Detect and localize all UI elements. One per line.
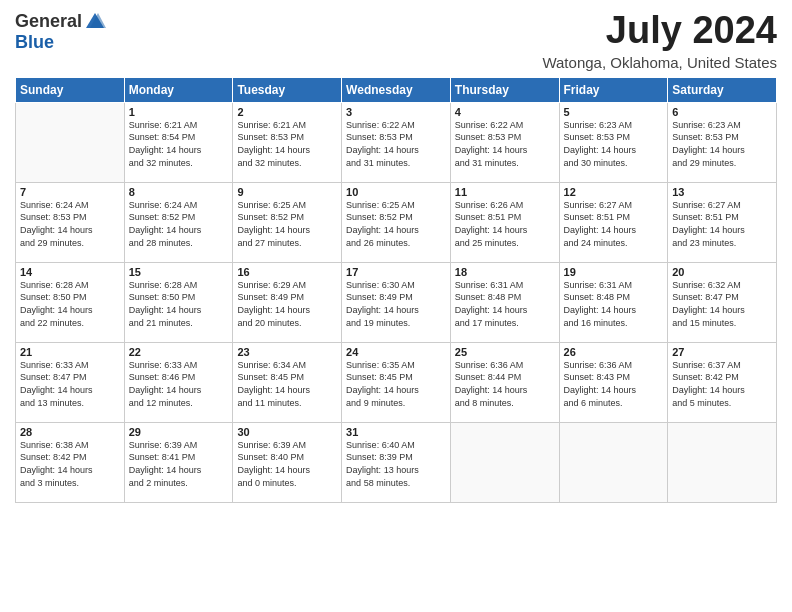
- calendar-cell: 9Sunrise: 6:25 AMSunset: 8:52 PMDaylight…: [233, 182, 342, 262]
- day-info: Sunrise: 6:30 AMSunset: 8:49 PMDaylight:…: [346, 279, 446, 329]
- day-number: 10: [346, 186, 446, 198]
- calendar-cell: 13Sunrise: 6:27 AMSunset: 8:51 PMDayligh…: [668, 182, 777, 262]
- calendar-cell: 30Sunrise: 6:39 AMSunset: 8:40 PMDayligh…: [233, 422, 342, 502]
- day-number: 11: [455, 186, 555, 198]
- day-number: 29: [129, 426, 229, 438]
- day-number: 14: [20, 266, 120, 278]
- calendar-cell: 2Sunrise: 6:21 AMSunset: 8:53 PMDaylight…: [233, 102, 342, 182]
- day-number: 30: [237, 426, 337, 438]
- calendar-cell: [668, 422, 777, 502]
- location: Watonga, Oklahoma, United States: [542, 54, 777, 71]
- day-info: Sunrise: 6:28 AMSunset: 8:50 PMDaylight:…: [129, 279, 229, 329]
- day-number: 12: [564, 186, 664, 198]
- day-info: Sunrise: 6:39 AMSunset: 8:40 PMDaylight:…: [237, 439, 337, 489]
- day-info: Sunrise: 6:25 AMSunset: 8:52 PMDaylight:…: [346, 199, 446, 249]
- calendar-cell: 22Sunrise: 6:33 AMSunset: 8:46 PMDayligh…: [124, 342, 233, 422]
- calendar-cell: 23Sunrise: 6:34 AMSunset: 8:45 PMDayligh…: [233, 342, 342, 422]
- calendar-cell: 26Sunrise: 6:36 AMSunset: 8:43 PMDayligh…: [559, 342, 668, 422]
- col-thursday: Thursday: [450, 77, 559, 102]
- calendar-week-row: 28Sunrise: 6:38 AMSunset: 8:42 PMDayligh…: [16, 422, 777, 502]
- day-info: Sunrise: 6:28 AMSunset: 8:50 PMDaylight:…: [20, 279, 120, 329]
- day-number: 18: [455, 266, 555, 278]
- calendar-cell: 6Sunrise: 6:23 AMSunset: 8:53 PMDaylight…: [668, 102, 777, 182]
- calendar-cell: 31Sunrise: 6:40 AMSunset: 8:39 PMDayligh…: [342, 422, 451, 502]
- calendar-cell: 16Sunrise: 6:29 AMSunset: 8:49 PMDayligh…: [233, 262, 342, 342]
- calendar-cell: [16, 102, 125, 182]
- calendar-cell: 3Sunrise: 6:22 AMSunset: 8:53 PMDaylight…: [342, 102, 451, 182]
- calendar-cell: 11Sunrise: 6:26 AMSunset: 8:51 PMDayligh…: [450, 182, 559, 262]
- calendar-cell: 27Sunrise: 6:37 AMSunset: 8:42 PMDayligh…: [668, 342, 777, 422]
- day-info: Sunrise: 6:33 AMSunset: 8:47 PMDaylight:…: [20, 359, 120, 409]
- day-info: Sunrise: 6:21 AMSunset: 8:54 PMDaylight:…: [129, 119, 229, 169]
- calendar-cell: 18Sunrise: 6:31 AMSunset: 8:48 PMDayligh…: [450, 262, 559, 342]
- logo-general-text: General: [15, 11, 82, 32]
- day-info: Sunrise: 6:36 AMSunset: 8:44 PMDaylight:…: [455, 359, 555, 409]
- calendar-cell: [450, 422, 559, 502]
- day-number: 17: [346, 266, 446, 278]
- calendar-cell: 21Sunrise: 6:33 AMSunset: 8:47 PMDayligh…: [16, 342, 125, 422]
- col-wednesday: Wednesday: [342, 77, 451, 102]
- day-info: Sunrise: 6:31 AMSunset: 8:48 PMDaylight:…: [455, 279, 555, 329]
- day-number: 27: [672, 346, 772, 358]
- calendar-cell: 19Sunrise: 6:31 AMSunset: 8:48 PMDayligh…: [559, 262, 668, 342]
- day-info: Sunrise: 6:35 AMSunset: 8:45 PMDaylight:…: [346, 359, 446, 409]
- day-number: 25: [455, 346, 555, 358]
- day-number: 13: [672, 186, 772, 198]
- day-number: 15: [129, 266, 229, 278]
- day-info: Sunrise: 6:24 AMSunset: 8:52 PMDaylight:…: [129, 199, 229, 249]
- day-info: Sunrise: 6:37 AMSunset: 8:42 PMDaylight:…: [672, 359, 772, 409]
- day-number: 26: [564, 346, 664, 358]
- day-info: Sunrise: 6:26 AMSunset: 8:51 PMDaylight:…: [455, 199, 555, 249]
- calendar-week-row: 1Sunrise: 6:21 AMSunset: 8:54 PMDaylight…: [16, 102, 777, 182]
- day-info: Sunrise: 6:34 AMSunset: 8:45 PMDaylight:…: [237, 359, 337, 409]
- day-info: Sunrise: 6:21 AMSunset: 8:53 PMDaylight:…: [237, 119, 337, 169]
- calendar-cell: 14Sunrise: 6:28 AMSunset: 8:50 PMDayligh…: [16, 262, 125, 342]
- calendar-cell: 8Sunrise: 6:24 AMSunset: 8:52 PMDaylight…: [124, 182, 233, 262]
- calendar-cell: 24Sunrise: 6:35 AMSunset: 8:45 PMDayligh…: [342, 342, 451, 422]
- logo: General Blue: [15, 10, 106, 53]
- calendar-cell: 20Sunrise: 6:32 AMSunset: 8:47 PMDayligh…: [668, 262, 777, 342]
- calendar-cell: 1Sunrise: 6:21 AMSunset: 8:54 PMDaylight…: [124, 102, 233, 182]
- day-number: 24: [346, 346, 446, 358]
- month-year: July 2024: [542, 10, 777, 52]
- day-info: Sunrise: 6:27 AMSunset: 8:51 PMDaylight:…: [564, 199, 664, 249]
- day-info: Sunrise: 6:32 AMSunset: 8:47 PMDaylight:…: [672, 279, 772, 329]
- day-number: 31: [346, 426, 446, 438]
- logo-icon: [84, 10, 106, 32]
- day-info: Sunrise: 6:23 AMSunset: 8:53 PMDaylight:…: [672, 119, 772, 169]
- day-number: 19: [564, 266, 664, 278]
- calendar-table: Sunday Monday Tuesday Wednesday Thursday…: [15, 77, 777, 503]
- col-tuesday: Tuesday: [233, 77, 342, 102]
- header: General Blue July 2024 Watonga, Oklahoma…: [15, 10, 777, 71]
- day-number: 6: [672, 106, 772, 118]
- day-number: 22: [129, 346, 229, 358]
- day-info: Sunrise: 6:29 AMSunset: 8:49 PMDaylight:…: [237, 279, 337, 329]
- calendar-header-row: Sunday Monday Tuesday Wednesday Thursday…: [16, 77, 777, 102]
- calendar-cell: 29Sunrise: 6:39 AMSunset: 8:41 PMDayligh…: [124, 422, 233, 502]
- day-number: 23: [237, 346, 337, 358]
- day-number: 21: [20, 346, 120, 358]
- calendar-cell: 7Sunrise: 6:24 AMSunset: 8:53 PMDaylight…: [16, 182, 125, 262]
- calendar-cell: 12Sunrise: 6:27 AMSunset: 8:51 PMDayligh…: [559, 182, 668, 262]
- col-monday: Monday: [124, 77, 233, 102]
- day-number: 28: [20, 426, 120, 438]
- day-info: Sunrise: 6:31 AMSunset: 8:48 PMDaylight:…: [564, 279, 664, 329]
- page: General Blue July 2024 Watonga, Oklahoma…: [0, 0, 792, 612]
- day-number: 4: [455, 106, 555, 118]
- col-friday: Friday: [559, 77, 668, 102]
- day-info: Sunrise: 6:24 AMSunset: 8:53 PMDaylight:…: [20, 199, 120, 249]
- day-info: Sunrise: 6:38 AMSunset: 8:42 PMDaylight:…: [20, 439, 120, 489]
- day-number: 5: [564, 106, 664, 118]
- day-info: Sunrise: 6:22 AMSunset: 8:53 PMDaylight:…: [346, 119, 446, 169]
- day-number: 8: [129, 186, 229, 198]
- day-info: Sunrise: 6:36 AMSunset: 8:43 PMDaylight:…: [564, 359, 664, 409]
- calendar-cell: 17Sunrise: 6:30 AMSunset: 8:49 PMDayligh…: [342, 262, 451, 342]
- day-number: 2: [237, 106, 337, 118]
- day-info: Sunrise: 6:23 AMSunset: 8:53 PMDaylight:…: [564, 119, 664, 169]
- day-info: Sunrise: 6:33 AMSunset: 8:46 PMDaylight:…: [129, 359, 229, 409]
- calendar-cell: 10Sunrise: 6:25 AMSunset: 8:52 PMDayligh…: [342, 182, 451, 262]
- day-number: 1: [129, 106, 229, 118]
- day-info: Sunrise: 6:25 AMSunset: 8:52 PMDaylight:…: [237, 199, 337, 249]
- day-number: 3: [346, 106, 446, 118]
- day-number: 20: [672, 266, 772, 278]
